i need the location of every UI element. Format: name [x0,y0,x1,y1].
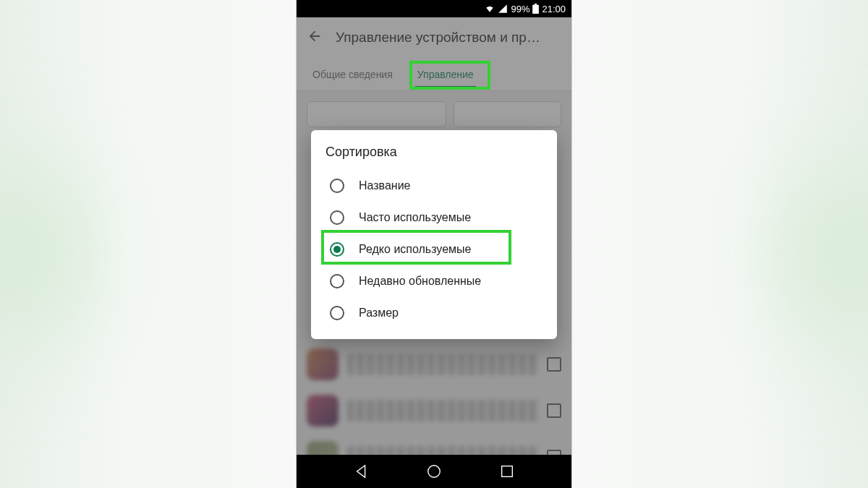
wifi-icon [485,4,495,14]
sort-option-size[interactable]: Размер [324,297,544,329]
radio-icon [330,306,344,320]
background-blur [0,72,101,434]
radio-label: Название [359,179,411,192]
svg-point-2 [428,466,441,478]
radio-icon [330,274,344,288]
radio-label: Размер [359,307,399,320]
sort-option-rare[interactable]: Редко используемые [324,234,544,265]
signal-icon [498,4,508,14]
sort-option-name[interactable]: Название [324,170,544,202]
radio-icon [330,210,344,225]
background-blur [767,72,868,434]
radio-label: Часто используемые [359,211,471,224]
sort-dialog: Сортировка Название Часто используемые Р… [311,130,557,339]
phone-screen: 99% 21:00 Управление устройством и пр… О… [297,0,571,488]
svg-rect-1 [533,5,540,14]
dialog-title: Сортировка [324,145,544,160]
clock: 21:00 [542,4,566,14]
nav-bar [297,455,571,488]
nav-back-icon[interactable] [354,463,370,479]
battery-icon [532,4,539,14]
sort-option-frequent[interactable]: Часто используемые [324,202,544,234]
radio-icon [330,242,344,257]
svg-rect-0 [535,4,537,5]
svg-rect-3 [501,466,512,477]
battery-percent: 99% [511,4,529,14]
nav-recent-icon[interactable] [499,463,515,479]
radio-label: Недавно обновленные [359,275,481,288]
radio-label: Редко используемые [359,243,471,256]
radio-icon [330,179,344,193]
status-bar: 99% 21:00 [297,0,571,17]
sort-option-recent[interactable]: Недавно обновленные [324,265,544,297]
nav-home-icon[interactable] [426,463,442,479]
